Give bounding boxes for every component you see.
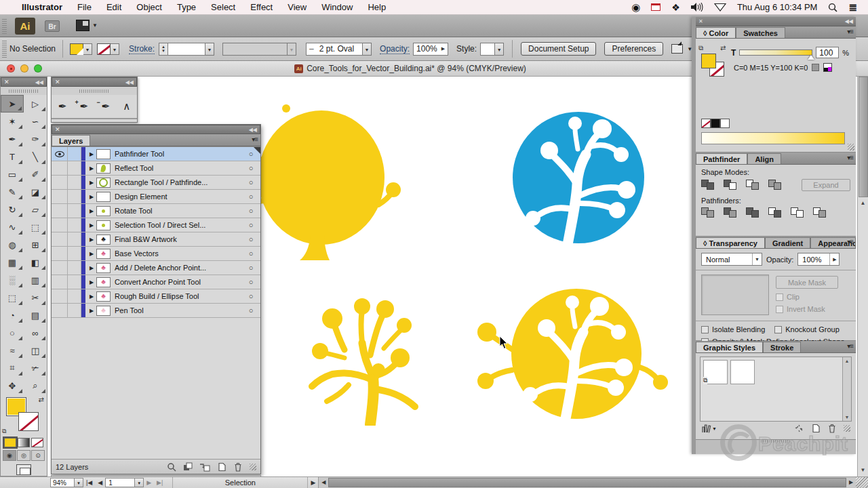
menu-object[interactable]: Object (136, 2, 162, 12)
visibility-toggle[interactable] (52, 261, 68, 274)
layer-row[interactable]: ▶Rotate Tool○ (52, 204, 260, 218)
rectangle-tool[interactable]: ▭ (1, 165, 24, 183)
menu-view[interactable]: View (288, 2, 307, 12)
panel-menu-icon[interactable]: ▾≡ (847, 342, 853, 350)
lock-toggle[interactable] (68, 289, 81, 303)
graphic-style-swatch[interactable] (703, 360, 728, 384)
panel-resize-grip[interactable] (250, 464, 256, 470)
layer-thumbnail[interactable] (96, 306, 111, 316)
vertical-scroll-thumb[interactable] (859, 77, 868, 197)
stroke-color-swatch[interactable] (97, 43, 111, 55)
gradient-tool[interactable]: ◧ (24, 253, 47, 271)
fill-color-swatch[interactable] (70, 43, 83, 55)
selection-tool[interactable]: ➤ (1, 95, 24, 113)
layer-row[interactable]: ▶Base Vectors○ (52, 247, 260, 261)
disclosure-triangle-icon[interactable]: ▶ (87, 251, 96, 257)
opacity-field[interactable]: 100%▶ (413, 43, 448, 56)
lock-toggle[interactable] (68, 218, 81, 232)
disclosure-triangle-icon[interactable]: ▶ (87, 208, 96, 214)
disclosure-triangle-icon[interactable]: ▶ (87, 151, 96, 157)
menu-select[interactable]: Select (211, 2, 235, 12)
eraser-tool[interactable]: ◪ (24, 183, 47, 201)
knife-tool[interactable]: ✃ (24, 359, 47, 377)
ellipse-tool[interactable]: ○ (1, 324, 24, 342)
pencil-tool[interactable]: ✎ (1, 183, 24, 201)
perspective-grid-tool[interactable]: ⊞ (24, 236, 47, 253)
layer-name[interactable]: Selection Tool / Direct Sel... (115, 221, 241, 229)
disclosure-triangle-icon[interactable]: ▶ (87, 165, 96, 171)
menu-file[interactable]: File (77, 2, 92, 12)
knockout-group-checkbox[interactable]: Knockout Group (774, 325, 840, 333)
layer-thumbnail[interactable] (96, 178, 111, 188)
layer-name[interactable]: Design Element (115, 192, 241, 201)
divide-button[interactable] (701, 207, 715, 218)
dock-grip[interactable] (700, 436, 852, 445)
layer-thumbnail[interactable] (96, 263, 111, 273)
disclosure-triangle-icon[interactable]: ▶ (87, 308, 96, 314)
width-tool[interactable]: ∿ (1, 218, 24, 236)
direct-selection-tool[interactable]: ▷ (24, 95, 47, 113)
layer-row[interactable]: ▶Pathfinder Tool○ (52, 147, 260, 161)
new-layer-icon[interactable] (217, 462, 226, 472)
visibility-toggle[interactable] (52, 289, 68, 303)
ruler-tool[interactable]: ▤ (24, 306, 47, 324)
color-spectrum-ramp[interactable] (701, 132, 845, 144)
scroll-down-icon[interactable]: ▼ (858, 466, 868, 475)
mesh-tool[interactable]: ▦ (1, 253, 24, 271)
layer-row[interactable]: ▶Convert Anchor Point Tool○ (52, 275, 260, 289)
layer-thumbnail[interactable] (96, 220, 111, 230)
layer-target-icon[interactable]: ○ (241, 264, 260, 272)
layer-target-icon[interactable]: ○ (241, 221, 260, 229)
workspace-switcher[interactable]: ▼ (76, 20, 98, 31)
column-graph-tool[interactable]: ▥ (24, 271, 47, 289)
tab-align[interactable]: Align (747, 153, 781, 164)
visibility-toggle[interactable] (52, 147, 68, 161)
minus-front-button[interactable] (724, 180, 737, 190)
scroll-left-icon[interactable]: ◀ (319, 477, 328, 488)
panel-resize-grip[interactable] (848, 144, 854, 150)
minus-back-button[interactable] (813, 207, 827, 218)
disclosure-triangle-icon[interactable]: ▶ (87, 180, 96, 186)
horizontal-scroll-thumb[interactable] (328, 478, 846, 487)
add-anchor-point-tool[interactable]: +✒ (80, 100, 89, 113)
free-transform-tool[interactable]: ⬚ (24, 218, 47, 236)
print-tiling-tool[interactable]: ◫ (24, 342, 47, 359)
stroke-panel-link[interactable]: Stroke: (129, 44, 155, 54)
collapse-icon[interactable]: ◀◀ (35, 79, 43, 85)
tab-pathfinder[interactable]: Pathfinder (696, 153, 747, 164)
merge-button[interactable] (746, 207, 760, 218)
close-icon[interactable]: ✕ (55, 126, 60, 133)
line-segment-tool[interactable]: ╲ (24, 148, 47, 165)
layer-thumbnail[interactable] (96, 291, 111, 302)
layer-name[interactable]: Convert Anchor Point Tool (115, 278, 241, 286)
layer-target-icon[interactable]: ○ (241, 306, 260, 314)
styles-scrollbar[interactable]: ▲▼ (842, 357, 851, 421)
swap-fill-stroke-icon[interactable]: ⇄ (720, 44, 726, 52)
trim-button[interactable] (724, 207, 737, 218)
layer-target-icon[interactable]: ○ (241, 207, 260, 215)
next-page-icon[interactable]: ▶ (146, 479, 151, 486)
disclosure-triangle-icon[interactable]: ▶ (87, 237, 96, 243)
black-swatch[interactable] (711, 119, 720, 128)
first-page-icon[interactable]: |◀ (86, 479, 92, 486)
layer-row[interactable]: ▶Final B&W Artwork○ (52, 232, 260, 247)
color-panel-header[interactable]: ✕◀◀ (696, 17, 856, 26)
default-fill-stroke-icon[interactable]: ⧉ (698, 44, 703, 52)
clip-checkbox[interactable]: Clip (776, 293, 838, 301)
pen-tool[interactable]: ✒ (58, 100, 67, 113)
make-clipping-mask-icon[interactable] (183, 462, 193, 472)
rotate-view-tool[interactable]: ◔ (1, 306, 24, 324)
disclosure-triangle-icon[interactable]: ▶ (87, 222, 96, 228)
tab-gradient[interactable]: Gradient (765, 237, 810, 248)
tab-layers[interactable]: Layers (52, 135, 90, 146)
scroll-right-icon[interactable]: ▶ (846, 477, 856, 488)
artboard-tool[interactable]: ⬚ (1, 289, 24, 306)
opacity-dropdown[interactable]: 100%▶ (797, 253, 840, 266)
delete-style-icon[interactable] (827, 424, 837, 433)
draw-inside-button[interactable]: ⊙ (31, 450, 45, 461)
none-button[interactable] (31, 438, 43, 447)
tab-swatches[interactable]: Swatches (736, 27, 785, 38)
artwork-yellow-branch-tree[interactable] (305, 287, 449, 426)
layer-thumbnail[interactable] (96, 163, 111, 174)
graphic-style-swatch[interactable] (730, 360, 755, 384)
